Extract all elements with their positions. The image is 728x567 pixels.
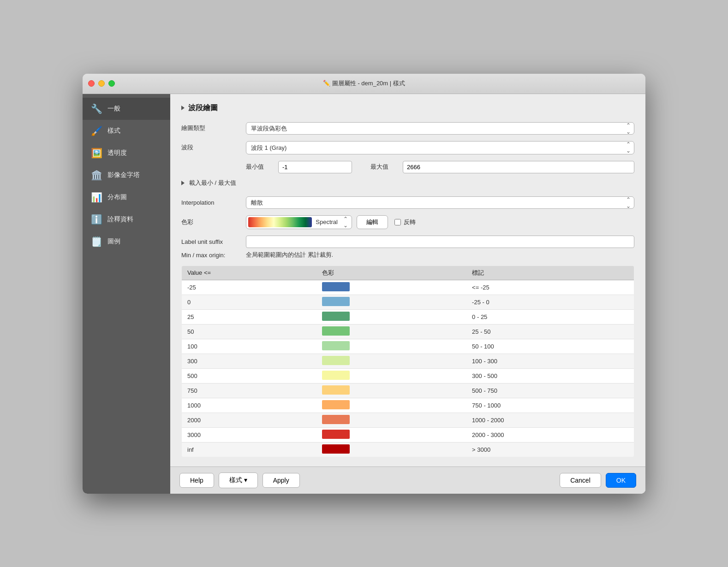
load-minmax-label: 載入最小 / 最大值 xyxy=(189,179,236,187)
label-unit-input[interactable] xyxy=(246,236,634,248)
cell-label: 50 - 100 xyxy=(466,339,634,354)
ok-button[interactable]: OK xyxy=(606,473,636,488)
min-input[interactable]: -1 xyxy=(278,161,352,173)
sidebar-item-general[interactable]: 🔧 一般 xyxy=(83,98,170,120)
table-row: 750 500 - 750 xyxy=(182,383,634,398)
sidebar-label-pyramid: 影像金字塔 xyxy=(107,171,140,179)
invert-wrapper: 反轉 xyxy=(394,218,416,226)
cell-value: 100 xyxy=(182,339,317,354)
color-label: 色彩 xyxy=(181,218,246,226)
cell-label: -25 - 0 xyxy=(466,295,634,309)
legend-icon: 🗒️ xyxy=(90,235,103,248)
table-row: 3000 2000 - 3000 xyxy=(182,427,634,442)
render-type-control: 單波段偽彩色 單波段灰階 多波段彩色 ⌃⌄ xyxy=(246,122,634,135)
load-minmax-row[interactable]: 載入最小 / 最大值 xyxy=(181,176,634,190)
cell-label: 100 - 300 xyxy=(466,354,634,368)
maximize-button[interactable] xyxy=(108,80,115,87)
interpolation-label: Interpolation xyxy=(181,199,246,206)
sidebar-item-legend[interactable]: 🗒️ 圖例 xyxy=(83,230,170,253)
cell-color xyxy=(316,427,466,442)
close-button[interactable] xyxy=(88,80,95,87)
content-area: 波段繪圖 繪圖類型 單波段偽彩色 單波段灰階 多波段彩色 ⌃⌄ xyxy=(170,94,645,467)
color-ramp-display[interactable]: Spectral ⌃⌄ xyxy=(246,215,352,229)
cell-value: 1000 xyxy=(182,398,317,413)
render-type-select[interactable]: 單波段偽彩色 單波段灰階 多波段彩色 xyxy=(246,122,634,135)
color-swatch xyxy=(322,371,350,380)
table-row: 100 50 - 100 xyxy=(182,339,634,354)
window-body: 🔧 一般 🖌️ 樣式 🖼️ 透明度 🏛️ 影像金字塔 📊 分布圖 ℹ️ 詮 xyxy=(83,94,645,494)
section-title: 波段繪圖 xyxy=(188,103,218,113)
cell-color xyxy=(316,442,466,457)
color-swatch xyxy=(322,444,350,454)
cell-color xyxy=(316,383,466,398)
style-button[interactable]: 樣式 ▾ xyxy=(219,472,258,488)
cell-color xyxy=(316,398,466,413)
col-header-color: 色彩 xyxy=(316,266,466,280)
cancel-button[interactable]: Cancel xyxy=(560,473,601,488)
sidebar-item-metadata[interactable]: ℹ️ 詮釋資料 xyxy=(83,208,170,230)
cell-color xyxy=(316,295,466,309)
edit-button[interactable]: 編輯 xyxy=(357,215,388,229)
cell-value: 25 xyxy=(182,309,317,324)
band-label: 波段 xyxy=(181,143,246,152)
cell-color xyxy=(316,354,466,368)
interpolation-row: Interpolation 離散 線性 精確 ⌃⌄ xyxy=(181,196,634,209)
minimize-button[interactable] xyxy=(98,80,105,87)
color-swatch xyxy=(322,282,350,291)
interpolation-select[interactable]: 離散 線性 精確 xyxy=(246,196,634,209)
sidebar-item-transparency[interactable]: 🖼️ 透明度 xyxy=(83,142,170,164)
main-content: 波段繪圖 繪圖類型 單波段偽彩色 單波段灰階 多波段彩色 ⌃⌄ xyxy=(170,94,645,494)
invert-checkbox[interactable] xyxy=(394,219,401,225)
table-row: 500 300 - 500 xyxy=(182,368,634,383)
band-select-wrapper: 波段 1 (Gray) ⌃⌄ xyxy=(246,141,634,154)
spectral-gradient xyxy=(248,217,312,227)
sidebar-item-style[interactable]: 🖌️ 樣式 xyxy=(83,120,170,142)
sidebar: 🔧 一般 🖌️ 樣式 🖼️ 透明度 🏛️ 影像金字塔 📊 分布圖 ℹ️ 詮 xyxy=(83,94,170,494)
cell-color xyxy=(316,413,466,427)
sidebar-item-pyramid[interactable]: 🏛️ 影像金字塔 xyxy=(83,164,170,186)
cell-value: 0 xyxy=(182,295,317,309)
minmax-origin-label: Min / max origin: xyxy=(181,251,246,259)
cell-value: 2000 xyxy=(182,413,317,427)
color-swatch xyxy=(322,385,350,395)
cell-label: 300 - 500 xyxy=(466,368,634,383)
min-label: 最小值 xyxy=(246,163,278,171)
cell-label: > 3000 xyxy=(466,442,634,457)
cell-color xyxy=(316,339,466,354)
cell-label: 2000 - 3000 xyxy=(466,427,634,442)
minmax-origin-row: Min / max origin: 全局範圍範圍內的估計 累計裁剪. xyxy=(181,251,634,259)
sidebar-label-histogram: 分布圖 xyxy=(107,193,127,201)
title-bar: ✏️ 圖層屬性 - dem_20m | 樣式 xyxy=(83,74,645,94)
style-icon: 🖌️ xyxy=(90,124,103,137)
color-row: 色彩 Spectral ⌃⌄ 編輯 反轉 xyxy=(181,215,634,229)
apply-button[interactable]: Apply xyxy=(263,473,300,488)
general-icon: 🔧 xyxy=(90,102,103,115)
table-row: 0 -25 - 0 xyxy=(182,295,634,309)
render-type-row: 繪圖類型 單波段偽彩色 單波段灰階 多波段彩色 ⌃⌄ xyxy=(181,122,634,135)
cell-color xyxy=(316,368,466,383)
col-header-label: 標記 xyxy=(466,266,634,280)
cell-value: 300 xyxy=(182,354,317,368)
band-select[interactable]: 波段 1 (Gray) xyxy=(246,141,634,154)
color-ramp-name: Spectral xyxy=(316,219,338,225)
cell-value: 50 xyxy=(182,324,317,339)
minmax-origin-value: 全局範圍範圍內的估計 累計裁剪. xyxy=(246,251,333,259)
color-swatch xyxy=(322,326,350,336)
sidebar-label-legend: 圖例 xyxy=(107,237,120,246)
cell-value: inf xyxy=(182,442,317,457)
cell-label: 25 - 50 xyxy=(466,324,634,339)
main-window: ✏️ 圖層屬性 - dem_20m | 樣式 🔧 一般 🖌️ 樣式 🖼️ 透明度… xyxy=(83,74,645,494)
section-expand-icon[interactable] xyxy=(181,106,185,110)
help-button[interactable]: Help xyxy=(179,473,214,488)
color-swatch xyxy=(322,415,350,424)
render-type-select-wrapper: 單波段偽彩色 單波段灰階 多波段彩色 ⌃⌄ xyxy=(246,122,634,135)
sidebar-item-histogram[interactable]: 📊 分布圖 xyxy=(83,186,170,208)
cell-label: 750 - 1000 xyxy=(466,398,634,413)
color-ramp-arrow-icon: ⌃⌄ xyxy=(343,216,348,229)
band-row: 波段 波段 1 (Gray) ⌃⌄ xyxy=(181,141,634,154)
section-header: 波段繪圖 xyxy=(181,103,634,113)
minmax-row: 最小值 -1 最大值 2666 xyxy=(246,161,634,173)
max-input[interactable]: 2666 xyxy=(403,161,634,173)
load-minmax-expand-icon[interactable] xyxy=(181,181,185,185)
color-swatch xyxy=(322,297,350,306)
